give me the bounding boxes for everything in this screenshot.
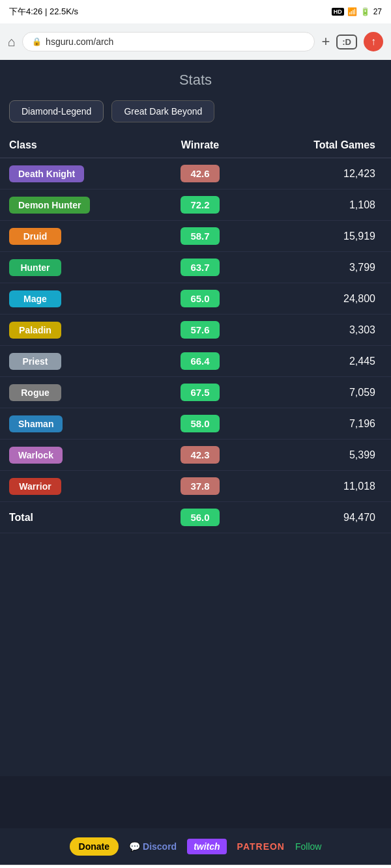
donate-button[interactable]: Donate — [70, 837, 119, 856]
games-value: 7,059 — [349, 387, 375, 399]
status-right: HD 📶 🔋 27 — [332, 7, 382, 16]
total-games-value: 94,470 — [343, 512, 375, 524]
add-tab-button[interactable]: + — [321, 33, 330, 50]
games-value: 12,423 — [343, 168, 375, 180]
class-badge[interactable]: Priest — [9, 353, 61, 370]
browser-menu-button[interactable]: ↑ — [364, 32, 383, 51]
class-badge[interactable]: Rogue — [9, 384, 61, 401]
tab-diamond-legend[interactable]: Diamond-Legend — [9, 100, 104, 122]
winrate-badge: 67.5 — [181, 384, 220, 401]
class-cell: Death Knight — [9, 165, 139, 182]
table-row: Shaman 58.0 7,196 — [0, 408, 391, 440]
discord-link[interactable]: 💬 Discord — [129, 841, 177, 852]
table-row: Demon Hunter 72.2 1,108 — [0, 189, 391, 221]
status-time: 下午4:26 | 22.5K/s — [9, 6, 78, 18]
winrate-cell: 42.3 — [139, 446, 261, 464]
games-value: 7,196 — [349, 418, 375, 430]
table-body: Death Knight 42.6 12,423 Demon Hunter 72… — [0, 158, 391, 533]
games-value: 2,445 — [349, 356, 375, 367]
table-row: Warrior 37.8 11,018 — [0, 471, 391, 502]
games-cell: 3,799 — [261, 262, 382, 273]
main-content: Stats Diamond-Legend Great Dark Beyond C… — [0, 60, 391, 776]
games-cell: 1,108 — [261, 199, 382, 211]
winrate-cell: 37.8 — [139, 477, 261, 495]
table-row: Mage 65.0 24,800 — [0, 283, 391, 315]
tab-count-button[interactable]: :D — [336, 35, 357, 49]
url-text: hsguru.com/arch — [46, 36, 113, 47]
table-row: Paladin 57.6 3,303 — [0, 315, 391, 346]
winrate-badge: 58.7 — [181, 227, 220, 245]
status-bar: 下午4:26 | 22.5K/s HD 📶 🔋 27 — [0, 0, 391, 23]
footer-bar: Donate 💬 Discord twitch PATREON Follow — [0, 828, 391, 865]
total-class-cell: Total — [9, 512, 139, 524]
games-cell: 3,303 — [261, 324, 382, 336]
class-cell: Warrior — [9, 478, 139, 495]
hd-badge: HD — [332, 8, 344, 16]
table-header: Class Winrate Total Games — [0, 133, 391, 158]
signal-icon: 📶 — [347, 7, 357, 16]
table-row: Rogue 67.5 7,059 — [0, 377, 391, 408]
winrate-badge: 42.6 — [181, 165, 220, 182]
games-value: 3,303 — [349, 324, 375, 336]
winrate-badge: 58.0 — [181, 415, 220, 432]
class-cell: Mage — [9, 290, 139, 307]
tab-great-dark-beyond[interactable]: Great Dark Beyond — [111, 100, 214, 122]
winrate-cell: 65.0 — [139, 290, 261, 307]
class-cell: Paladin — [9, 322, 139, 339]
tabs-row: Diamond-Legend Great Dark Beyond — [0, 95, 391, 133]
winrate-cell: 67.5 — [139, 384, 261, 401]
header-total-games: Total Games — [261, 139, 382, 151]
winrate-cell: 58.0 — [139, 415, 261, 432]
class-badge[interactable]: Death Knight — [9, 165, 84, 182]
class-cell: Priest — [9, 353, 139, 370]
class-badge[interactable]: Hunter — [9, 259, 61, 276]
total-winrate-badge: 56.0 — [181, 509, 220, 526]
games-cell: 24,800 — [261, 293, 382, 305]
class-badge[interactable]: Warlock — [9, 447, 63, 464]
games-value: 3,799 — [349, 262, 375, 273]
winrate-cell: 57.6 — [139, 321, 261, 339]
games-value: 5,399 — [349, 449, 375, 461]
games-cell: 11,018 — [261, 481, 382, 492]
follow-link[interactable]: Follow — [295, 841, 321, 852]
url-bar[interactable]: 🔒 hsguru.com/arch — [22, 32, 315, 51]
total-winrate-cell: 56.0 — [139, 509, 261, 526]
table-row: Warlock 42.3 5,399 — [0, 440, 391, 471]
home-icon[interactable]: ⌂ — [8, 35, 16, 49]
class-badge[interactable]: Warrior — [9, 478, 61, 495]
winrate-badge: 57.6 — [181, 321, 220, 339]
total-row: Total 56.0 94,470 — [0, 502, 391, 533]
winrate-badge: 66.4 — [181, 352, 220, 370]
class-badge[interactable]: Shaman — [9, 415, 63, 432]
games-cell: 15,919 — [261, 231, 382, 242]
winrate-badge: 37.8 — [181, 477, 220, 495]
class-badge[interactable]: Demon Hunter — [9, 197, 90, 214]
winrate-cell: 58.7 — [139, 227, 261, 245]
twitch-link[interactable]: twitch — [187, 839, 226, 854]
winrate-cell: 66.4 — [139, 352, 261, 370]
battery-icon: 🔋 — [360, 7, 370, 16]
lock-icon: 🔒 — [32, 37, 42, 46]
page-title: Stats — [0, 60, 391, 95]
winrate-badge: 72.2 — [181, 196, 220, 214]
class-badge[interactable]: Mage — [9, 290, 61, 307]
total-games-cell: 94,470 — [261, 512, 382, 524]
games-value: 11,018 — [343, 481, 375, 492]
table-row: Hunter 63.7 3,799 — [0, 252, 391, 283]
browser-bar: ⌂ 🔒 hsguru.com/arch + :D ↑ — [0, 23, 391, 60]
winrate-cell: 63.7 — [139, 259, 261, 276]
class-badge[interactable]: Druid — [9, 228, 61, 245]
class-cell: Hunter — [9, 259, 139, 276]
class-cell: Druid — [9, 228, 139, 245]
class-badge[interactable]: Paladin — [9, 322, 61, 339]
class-cell: Shaman — [9, 415, 139, 432]
table-row: Druid 58.7 15,919 — [0, 221, 391, 252]
header-winrate: Winrate — [139, 139, 261, 151]
translate-bar: 英语 中文（简体） ⋮ ✕ — [0, 865, 391, 868]
header-class: Class — [9, 139, 139, 151]
games-value: 24,800 — [343, 293, 375, 305]
discord-label: Discord — [143, 841, 177, 852]
games-value: 1,108 — [349, 199, 375, 211]
class-cell: Rogue — [9, 384, 139, 401]
patreon-link[interactable]: PATREON — [237, 841, 285, 852]
